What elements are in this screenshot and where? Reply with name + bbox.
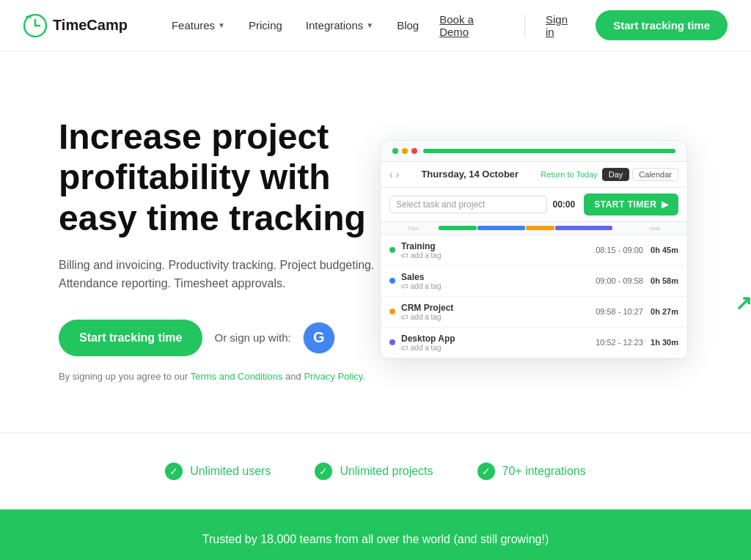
- feature-label: Unlimited users: [190, 465, 271, 478]
- mockup-day-btn[interactable]: Day: [602, 168, 630, 181]
- hero-actions: Start tracking time Or sign up with: G: [59, 320, 376, 356]
- logo-link[interactable]: TimeCamp: [23, 14, 128, 37]
- book-demo-link[interactable]: Book a Demo: [428, 7, 516, 44]
- mockup-timeline: 7am now: [381, 222, 687, 235]
- nav-divider: [524, 15, 525, 37]
- mockup-task-input[interactable]: Select task and project: [389, 196, 547, 213]
- navbar: TimeCamp Features ▼ Pricing Integrations…: [0, 0, 751, 51]
- sign-in-link[interactable]: Sign in: [534, 7, 590, 44]
- mockup-calendar-btn[interactable]: Calendar: [632, 168, 678, 181]
- feature-item: ✓ 70+ integrations: [477, 463, 586, 480]
- hero-subtitle: Billing and invoicing. Productivity trac…: [59, 256, 376, 293]
- trusted-band: Trusted by 18,000 teams from all over th…: [0, 509, 751, 560]
- feature-label: 70+ integrations: [502, 465, 586, 478]
- mockup-entry: Desktop App 🏷 add a tag 10:52 - 12:23 1h…: [381, 328, 687, 358]
- entry-duration: 0h 45m: [649, 246, 678, 254]
- nav-pricing[interactable]: Pricing: [240, 13, 291, 37]
- hero-section: Increase project profitability with easy…: [0, 51, 751, 432]
- entry-info: Training 🏷 add a tag: [401, 241, 590, 259]
- entry-color-dot: [389, 247, 395, 253]
- entry-time: 08:15 - 09:00: [596, 246, 643, 254]
- timeline-bar-blue: [477, 226, 525, 230]
- entry-name: Desktop App: [401, 334, 590, 344]
- timeline-label-end: now: [631, 225, 678, 232]
- timeline-bars: [439, 226, 629, 230]
- nav-blog[interactable]: Blog: [388, 13, 428, 37]
- entry-name: Training: [401, 241, 590, 251]
- timecamp-logo-icon: [23, 14, 47, 37]
- hero-right: ‹ › Thursday, 14 October Return to Today…: [376, 140, 692, 359]
- timeline-bar-purple: [555, 226, 612, 230]
- mockup-entry: CRM Project 🏷 add a tag 09:58 - 10:27 0h…: [381, 297, 687, 328]
- nav-links: Features ▼ Pricing Integrations ▼ Blog: [163, 13, 428, 37]
- mockup-entry: Training 🏷 add a tag 08:15 - 09:00 0h 45…: [381, 235, 687, 266]
- integrations-chevron-icon: ▼: [366, 21, 373, 29]
- entry-info: CRM Project 🏷 add a tag: [401, 303, 590, 321]
- entry-duration: 0h 58m: [649, 276, 678, 285]
- feature-check-icon: ✓: [477, 463, 495, 480]
- entry-time: 10:52 - 12:23: [596, 338, 643, 347]
- mockup-view-btns: Day Calendar: [602, 168, 678, 181]
- mockup-dots: [392, 148, 417, 154]
- feature-check-icon: ✓: [315, 463, 332, 480]
- entry-name: Sales: [401, 272, 590, 282]
- hero-cta-button[interactable]: Start tracking time: [59, 320, 202, 356]
- nav-integrations[interactable]: Integrations ▼: [297, 13, 382, 37]
- terms-link[interactable]: Terms and Conditions: [191, 371, 283, 382]
- feature-item: ✓ Unlimited projects: [315, 463, 433, 480]
- entry-color-dot: [389, 278, 395, 284]
- mockup-entries: Training 🏷 add a tag 08:15 - 09:00 0h 45…: [381, 235, 687, 358]
- dot-yellow: [402, 148, 408, 154]
- entry-color-dot: [389, 339, 395, 345]
- privacy-link[interactable]: Privacy Policy: [304, 371, 362, 382]
- google-signup-button[interactable]: G: [303, 322, 335, 354]
- start-timer-button[interactable]: START TIMER ▶: [584, 194, 678, 215]
- entry-name: CRM Project: [401, 303, 590, 313]
- nav-features[interactable]: Features ▼: [163, 13, 234, 37]
- feature-item: ✓ Unlimited users: [165, 463, 271, 480]
- timeline-bar-yellow: [526, 226, 554, 230]
- arrow-decoration: ↗: [735, 291, 751, 315]
- entry-info: Sales 🏷 add a tag: [401, 272, 590, 290]
- entry-color-dot: [389, 309, 395, 314]
- mockup-progress-bar: [423, 149, 675, 153]
- entry-sub: 🏷 add a tag: [401, 251, 590, 259]
- entry-sub: 🏷 add a tag: [401, 313, 590, 321]
- mockup-back-icon: ‹ ›: [389, 169, 399, 180]
- mockup-date: Thursday, 14 October: [403, 169, 536, 180]
- entry-time: 09:58 - 10:27: [596, 307, 643, 316]
- tos-text: By signing up you agree to our Terms and…: [59, 371, 376, 382]
- hero-left: Increase project profitability with easy…: [59, 117, 376, 382]
- app-mockup: ‹ › Thursday, 14 October Return to Today…: [380, 140, 688, 359]
- features-row: ✓ Unlimited users ✓ Unlimited projects ✓…: [0, 432, 751, 509]
- nav-right: Book a Demo Sign in Start tracking time: [428, 7, 728, 44]
- logo-text: TimeCamp: [53, 17, 128, 34]
- play-icon: ▶: [662, 199, 669, 210]
- mockup-return-link[interactable]: Return to Today: [541, 170, 597, 179]
- feature-label: Unlimited projects: [340, 465, 433, 478]
- entry-duration: 1h 30m: [649, 338, 678, 347]
- mockup-timer-row: Select task and project 00:00 START TIME…: [381, 188, 687, 222]
- dot-red: [411, 148, 417, 154]
- dot-green: [392, 148, 398, 154]
- feature-check-icon: ✓: [165, 463, 183, 480]
- timeline-bar-green: [439, 226, 477, 230]
- entry-info: Desktop App 🏷 add a tag: [401, 334, 590, 352]
- nav-cta-button[interactable]: Start tracking time: [596, 10, 728, 40]
- entry-sub: 🏷 add a tag: [401, 344, 590, 352]
- signup-text: Or sign up with:: [214, 331, 290, 344]
- entry-duration: 0h 27m: [649, 307, 678, 316]
- trusted-title: Trusted by 18,000 teams from all over th…: [44, 533, 707, 546]
- features-chevron-icon: ▼: [218, 21, 225, 29]
- mockup-header: [381, 141, 687, 162]
- mockup-entry: Sales 🏷 add a tag 09:00 - 09:58 0h 58m: [381, 266, 687, 297]
- mockup-nav: ‹ › Thursday, 14 October Return to Today…: [381, 162, 687, 188]
- hero-title: Increase project profitability with easy…: [59, 117, 376, 238]
- timeline-label: 7am: [389, 225, 437, 232]
- entry-time: 09:00 - 09:58: [596, 276, 643, 285]
- mockup-time-display: 00:00: [553, 199, 576, 210]
- entry-sub: 🏷 add a tag: [401, 282, 590, 290]
